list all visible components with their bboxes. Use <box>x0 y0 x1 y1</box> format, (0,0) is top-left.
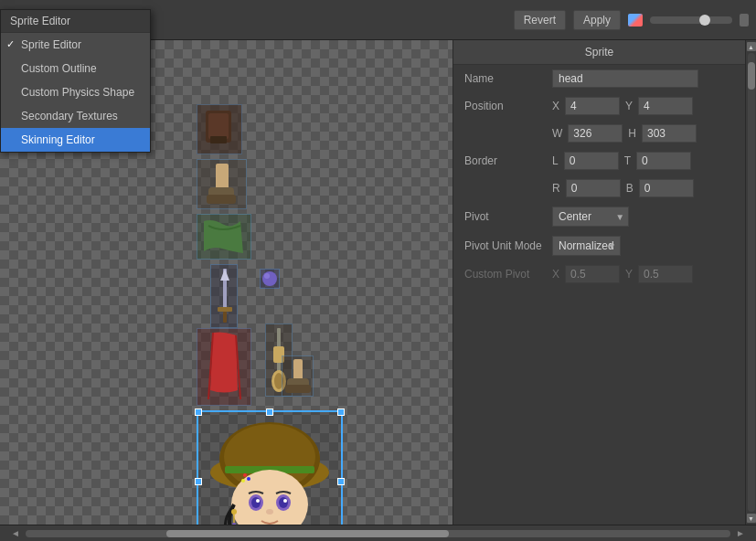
right-panel: Sprite Name Position X Y W H <box>453 40 745 525</box>
svg-point-27 <box>279 497 288 508</box>
menu-item-custom-outline[interactable]: Custom Outline <box>1 57 150 80</box>
sprite-item-2[interactable] <box>197 159 247 209</box>
sprite-item-1[interactable] <box>197 104 242 154</box>
handle-ml[interactable] <box>195 478 202 485</box>
dropdown-menu-title-text: Sprite Editor <box>10 15 70 27</box>
pos-x-input[interactable] <box>565 97 620 115</box>
position-xy-group: X Y <box>552 97 693 115</box>
pivot-select[interactable]: Center Top Left Top Top Right Left Right… <box>552 207 629 227</box>
pivot-label: Pivot <box>464 210 547 223</box>
custom-pivot-x-label: X <box>552 268 559 281</box>
custom-pivot-y-label: Y <box>625 268 633 281</box>
border-rb-group: R B <box>552 179 694 197</box>
pivot-unit-select[interactable]: Normalized Pixels <box>552 236 621 256</box>
sprite-item-8[interactable] <box>282 355 314 397</box>
checkmark-sprite-editor: ✓ <box>6 38 15 50</box>
menu-item-label-custom-physics: Custom Physics Shape <box>21 86 134 99</box>
sprite-item-head-selected[interactable] <box>197 410 343 525</box>
apply-button[interactable]: Apply <box>573 10 621 30</box>
sprite-item-4[interactable] <box>197 328 251 406</box>
pivot-unit-dropdown-container: Normalized Pixels ▼ <box>552 236 734 256</box>
svg-rect-3 <box>216 164 229 191</box>
dropdown-menu-title: Sprite Editor <box>1 10 150 33</box>
v-scroll-up-btn[interactable]: ▲ <box>747 42 756 51</box>
svg-point-34 <box>243 473 247 477</box>
svg-marker-7 <box>220 269 229 281</box>
pos-w-input[interactable] <box>568 124 623 143</box>
zoom-slider-thumb[interactable] <box>699 15 710 26</box>
head-sprite-placeholder <box>198 412 341 525</box>
scroll-left-arrow[interactable]: ◄ <box>9 528 22 538</box>
handle-tr[interactable] <box>337 408 345 416</box>
revert-button[interactable]: Revert <box>514 10 566 30</box>
v-scroll-down-btn[interactable]: ▼ <box>747 514 756 523</box>
svg-point-10 <box>262 271 277 286</box>
menu-item-skinning-editor[interactable]: Skinning Editor <box>1 128 150 152</box>
svg-point-11 <box>264 273 270 279</box>
menu-item-sprite-editor[interactable]: ✓ Sprite Editor <box>1 33 150 57</box>
pos-h-label: H <box>628 127 636 140</box>
h-scrollbar-thumb[interactable] <box>166 530 448 537</box>
border-t-input[interactable] <box>636 152 691 170</box>
border-l-input[interactable] <box>564 152 619 170</box>
top-bar: Sprite Editor ✓ Sprite Editor Custom Out… <box>0 0 756 40</box>
svg-rect-18 <box>285 385 311 393</box>
handle-tl[interactable] <box>195 408 202 416</box>
custom-pivot-row: Custom Pivot X Y <box>453 260 745 288</box>
top-scroll-btn[interactable] <box>740 14 749 27</box>
svg-point-31 <box>231 509 237 514</box>
menu-item-label-custom-outline: Custom Outline <box>21 62 97 75</box>
svg-rect-8 <box>218 307 232 312</box>
pos-y-input[interactable] <box>638 97 693 115</box>
border-b-input[interactable] <box>639 179 694 197</box>
svg-point-36 <box>241 479 245 483</box>
handle-tc[interactable] <box>266 408 273 416</box>
sprite-item-3[interactable] <box>197 214 251 260</box>
position-xy-row: Position X Y <box>453 92 745 120</box>
menu-item-label-secondary-textures: Secondary Textures <box>21 110 118 122</box>
v-scroll-thumb[interactable] <box>748 62 755 90</box>
sprite-section-header: Sprite <box>453 40 745 65</box>
border-label: Border <box>464 154 547 167</box>
name-row: Name <box>453 65 745 92</box>
svg-rect-2 <box>210 136 227 143</box>
svg-point-30 <box>266 509 273 514</box>
v-scroll-track[interactable] <box>748 53 755 512</box>
position-label: Position <box>464 100 547 112</box>
pos-h-input[interactable] <box>642 124 697 143</box>
sprite-placeholder-6 <box>261 270 279 288</box>
scroll-right-arrow[interactable]: ► <box>734 528 747 538</box>
menu-item-label-sprite-editor: Sprite Editor <box>21 38 81 51</box>
svg-point-35 <box>247 477 250 481</box>
custom-pivot-label: Custom Pivot <box>464 268 547 281</box>
pivot-unit-label: Pivot Unit Mode <box>464 239 547 252</box>
sprite-item-6[interactable] <box>260 269 280 289</box>
custom-pivot-group: X Y <box>552 265 693 283</box>
pivot-row: Pivot Center Top Left Top Top Right Left… <box>453 202 745 231</box>
zoom-slider[interactable] <box>650 16 732 24</box>
name-input[interactable] <box>552 69 698 88</box>
sprite-editor-dropdown-menu: Sprite Editor ✓ Sprite Editor Custom Out… <box>0 9 151 153</box>
sprite-item-5[interactable] <box>210 264 238 328</box>
sprite-placeholder-2 <box>197 160 246 208</box>
handle-mr[interactable] <box>337 478 345 485</box>
sprite-placeholder-1 <box>197 105 241 154</box>
border-r-input[interactable] <box>566 179 621 197</box>
horizontal-scrollbar[interactable] <box>26 530 730 537</box>
svg-point-29 <box>283 499 287 503</box>
border-l-label: L <box>552 154 559 167</box>
menu-item-custom-physics[interactable]: Custom Physics Shape <box>1 80 150 104</box>
vertical-scrollbar: ▲ ▼ <box>745 40 756 525</box>
svg-rect-9 <box>223 312 227 323</box>
position-wh-group: W H <box>552 124 697 143</box>
pivot-dropdown-container: Center Top Left Top Top Right Left Right… <box>552 207 734 227</box>
svg-point-26 <box>251 497 261 508</box>
border-lt-group: L T <box>552 152 691 170</box>
menu-item-secondary-textures[interactable]: Secondary Textures <box>1 104 150 128</box>
color-mode-icon[interactable] <box>628 14 643 27</box>
position-wh-row: W H <box>453 120 745 147</box>
pos-y-label: Y <box>625 100 633 112</box>
border-b-label: B <box>626 182 634 195</box>
sprite-placeholder-8 <box>282 356 313 396</box>
svg-rect-1 <box>208 113 229 139</box>
